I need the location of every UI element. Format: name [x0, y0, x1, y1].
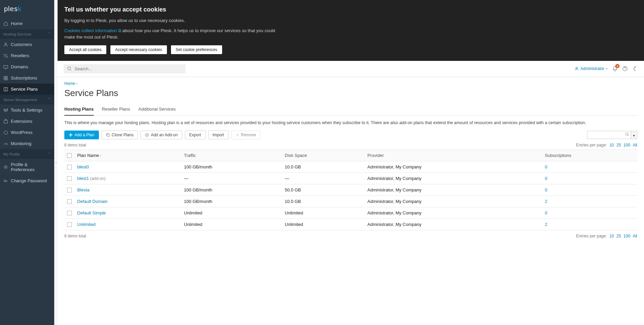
subscriptions-link[interactable]: 0: [545, 187, 547, 192]
search-icon: [67, 66, 72, 71]
gear-icon: [3, 165, 8, 169]
table-search-dropdown[interactable]: ▾: [631, 131, 637, 139]
accept-necessary-cookies-button[interactable]: Accept necessary cookies: [110, 45, 167, 54]
tab-reseller-plans[interactable]: Reseller Plans: [102, 104, 130, 115]
plan-name-link[interactable]: Blesta: [77, 187, 89, 192]
cell-provider: Administrator, My Company: [365, 161, 542, 173]
sidebar-item-extensions[interactable]: Extensions: [0, 116, 54, 127]
sidebar-item-label: Customers: [11, 42, 32, 47]
cell-traffic: Unlimited: [181, 219, 282, 230]
sidebar-item-wordpress[interactable]: WordPress: [0, 127, 54, 138]
sidebar-item-home[interactable]: Home: [0, 18, 54, 29]
subscriptions-link[interactable]: 2: [545, 199, 547, 204]
clone-plans-button[interactable]: Clone Plans: [102, 131, 138, 139]
row-checkbox[interactable]: [67, 165, 72, 169]
row-checkbox[interactable]: [67, 211, 72, 215]
table-search-input[interactable]: [587, 131, 631, 139]
sidebar-item-label: Subscriptions: [11, 75, 37, 80]
sort-asc-icon: ↑: [100, 154, 102, 158]
sidebar-item-customers[interactable]: Customers: [0, 39, 54, 50]
tab-additional-services[interactable]: Additional Services: [138, 104, 176, 115]
plan-name-link[interactable]: blest0: [77, 164, 89, 169]
logo[interactable]: plesk: [0, 0, 54, 18]
wordpress-icon: [3, 130, 8, 135]
pager-all[interactable]: All: [633, 234, 637, 238]
pager-10[interactable]: 10: [609, 234, 614, 238]
sidebar-item-subscriptions[interactable]: Subscriptions: [0, 72, 54, 84]
cell-disk: 10.0 GB: [282, 161, 365, 173]
col-subscriptions[interactable]: Subscriptions: [542, 150, 637, 161]
remove-button[interactable]: Remove: [231, 131, 261, 139]
subscriptions-link[interactable]: 0: [545, 164, 547, 169]
pager-25[interactable]: 25: [617, 234, 621, 238]
pager-10[interactable]: 10: [609, 143, 614, 147]
select-all-checkbox[interactable]: [67, 153, 72, 158]
add-addon-button[interactable]: Add an Add-on: [141, 131, 182, 139]
sidebar-item-monitoring[interactable]: Monitoring: [0, 138, 54, 149]
add-plan-button[interactable]: Add a Plan: [64, 131, 99, 139]
svg-point-17: [68, 67, 71, 70]
sidebar-item-service-plans[interactable]: Service Plans: [0, 84, 54, 95]
sliders-icon: [3, 108, 8, 113]
sidebar-item-resellers[interactable]: Resellers: [0, 50, 54, 61]
chevron-down-icon: ▾: [633, 134, 635, 137]
pager-all[interactable]: All: [633, 143, 637, 147]
plan-name-link[interactable]: Default Simple: [77, 210, 106, 215]
row-checkbox[interactable]: [67, 188, 72, 192]
col-provider[interactable]: Provider: [365, 150, 542, 161]
cell-provider: Administrator, My Company: [365, 207, 542, 219]
svg-point-10: [5, 110, 6, 111]
book-icon: [3, 87, 8, 92]
row-checkbox[interactable]: [67, 222, 72, 227]
search-input[interactable]: [74, 66, 182, 71]
cell-provider: Administrator, My Company: [365, 173, 542, 184]
sidebar-item-profile[interactable]: Profile & Preferences: [0, 159, 54, 175]
sidebar-item-password[interactable]: Change Password: [0, 175, 54, 186]
pager-100[interactable]: 100: [623, 234, 630, 238]
pager-100[interactable]: 100: [623, 143, 630, 147]
col-disk[interactable]: Disk Space: [282, 150, 365, 161]
sidebar-item-label: Change Password: [11, 178, 47, 183]
sidebar-item-tools[interactable]: Tools & Settings: [0, 105, 54, 116]
plan-name-link[interactable]: Unlimited: [77, 222, 95, 227]
sidebar-item-label: Resellers: [11, 53, 29, 58]
sidebar-section-profile[interactable]: My Profile ⌃: [0, 149, 54, 159]
col-plan-name[interactable]: Plan Name↑: [74, 150, 181, 161]
cookie-info-link[interactable]: Cookies collect information ⧉: [64, 28, 121, 33]
sidebar-section-hosting[interactable]: Hosting Services ⌃: [0, 29, 54, 39]
svg-point-0: [5, 43, 6, 44]
plans-table: Plan Name↑ Traffic Disk Space Provider S…: [64, 149, 637, 230]
svg-point-16: [4, 180, 6, 182]
gauge-icon: [3, 141, 8, 146]
cookie-text-2: Cookies collect information ⧉ about how …: [64, 27, 281, 41]
dark-mode-icon[interactable]: [632, 66, 638, 71]
plan-name-link[interactable]: blest1: [77, 176, 89, 181]
addon-tag: (add-on): [90, 176, 105, 181]
sidebar-item-domains[interactable]: Domains: [0, 61, 54, 72]
svg-point-15: [5, 166, 6, 168]
subscriptions-link[interactable]: 0: [545, 210, 547, 215]
sidebar-collapse-handle[interactable]: ‹: [54, 0, 58, 325]
row-checkbox[interactable]: [67, 199, 72, 204]
import-button[interactable]: Import: [208, 131, 229, 139]
global-search[interactable]: [64, 64, 186, 73]
breadcrumb-home[interactable]: Home: [64, 81, 75, 86]
sidebar-section-server[interactable]: Server Management ⌃: [0, 95, 54, 105]
key-icon: [3, 179, 8, 183]
cookie-preferences-button[interactable]: Set cookie preferences: [171, 45, 222, 54]
accept-all-cookies-button[interactable]: Accept all cookies: [64, 45, 106, 54]
tab-hosting-plans[interactable]: Hosting Plans: [64, 104, 94, 116]
notifications-icon[interactable]: 3: [612, 66, 618, 71]
home-icon: [3, 21, 8, 26]
export-button[interactable]: Export: [185, 131, 206, 139]
cell-disk: 50.0 GB: [282, 184, 365, 196]
current-user-menu[interactable]: Administrator ▾: [575, 66, 607, 71]
subscriptions-link[interactable]: 0: [545, 176, 547, 181]
help-icon[interactable]: [622, 66, 628, 71]
subscriptions-link[interactable]: 2: [545, 222, 547, 227]
col-traffic[interactable]: Traffic: [181, 150, 282, 161]
svg-point-18: [576, 67, 578, 69]
row-checkbox[interactable]: [67, 176, 72, 181]
pager-25[interactable]: 25: [617, 143, 621, 147]
plan-name-link[interactable]: Default Domain: [77, 199, 108, 204]
